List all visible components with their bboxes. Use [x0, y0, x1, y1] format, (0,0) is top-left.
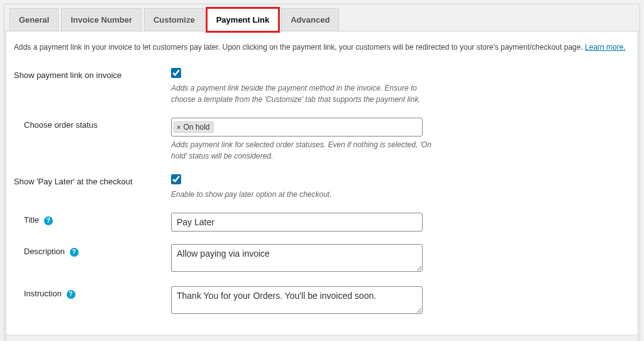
intro-text: Adds a payment link in your invoice to l… [14, 43, 630, 52]
tab-advanced[interactable]: Advanced [281, 8, 339, 31]
learn-more-link[interactable]: Learn more. [585, 43, 626, 52]
tab-navigation: General Invoice Number Customize Payment… [4, 4, 640, 31]
title-label: Title [24, 215, 39, 225]
title-label-cell: Title ? [14, 208, 171, 239]
order-status-desc: Adds payment link for selected order sta… [171, 139, 435, 162]
chip-remove-icon[interactable]: × [177, 123, 180, 131]
instruction-textarea[interactable] [171, 286, 423, 314]
help-icon[interactable]: ? [67, 290, 75, 299]
tab-content: Adds a payment link in your invoice to l… [6, 31, 638, 341]
description-label: Description [24, 247, 65, 256]
show-pay-later-label: Show 'Pay Later' at the checkout [14, 169, 171, 208]
show-pay-later-desc: Enable to show pay later option at the c… [171, 189, 435, 200]
settings-panel: General Invoice Number Customize Payment… [4, 4, 640, 341]
order-status-multiselect[interactable]: × On hold [171, 118, 423, 137]
instruction-label-cell: Instruction ? [14, 281, 171, 323]
instruction-label: Instruction [24, 289, 62, 298]
order-status-label: Choose order status [14, 113, 171, 169]
show-pay-later-checkbox[interactable] [171, 174, 181, 184]
tab-customize[interactable]: Customize [144, 8, 204, 31]
tab-payment-link[interactable]: Payment Link [207, 8, 279, 31]
title-input[interactable] [171, 213, 423, 232]
tab-invoice-number[interactable]: Invoice Number [61, 8, 142, 31]
description-label-cell: Description ? [14, 239, 171, 281]
show-link-checkbox[interactable] [171, 68, 181, 78]
description-textarea[interactable] [171, 244, 423, 272]
chip-label: On hold [183, 123, 209, 131]
help-icon[interactable]: ? [70, 248, 79, 257]
tab-general[interactable]: General [9, 8, 58, 31]
show-link-desc: Adds a payment link beside the payment m… [171, 82, 435, 105]
submit-bar: Save Payment Link settings [6, 335, 638, 341]
order-status-chip: × On hold [174, 121, 214, 133]
help-icon[interactable]: ? [44, 216, 53, 225]
show-link-label: Show payment link on invoice [14, 63, 171, 113]
form-table: Show payment link on invoice Adds a paym… [14, 63, 630, 323]
intro-body: Adds a payment link in your invoice to l… [14, 43, 585, 52]
